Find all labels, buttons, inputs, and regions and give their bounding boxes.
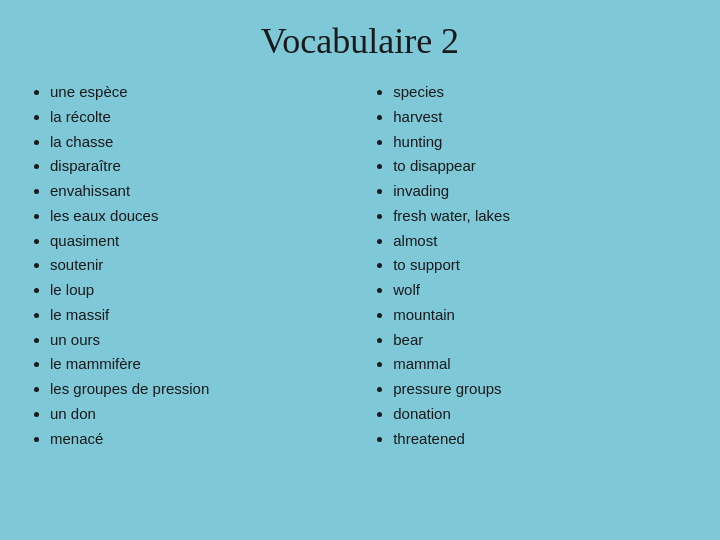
left-column: une espècela récoltela chassedisparaître… xyxy=(30,80,347,520)
list-item: disparaître xyxy=(50,154,347,179)
page: Vocabulaire 2 une espècela récoltela cha… xyxy=(0,0,720,540)
list-item: wolf xyxy=(393,278,690,303)
list-item: envahissant xyxy=(50,179,347,204)
list-item: harvest xyxy=(393,105,690,130)
list-item: to disappear xyxy=(393,154,690,179)
list-item: mammal xyxy=(393,352,690,377)
list-item: fresh water, lakes xyxy=(393,204,690,229)
page-title: Vocabulaire 2 xyxy=(261,20,459,62)
list-item: la récolte xyxy=(50,105,347,130)
list-item: la chasse xyxy=(50,130,347,155)
list-item: le massif xyxy=(50,303,347,328)
list-item: to support xyxy=(393,253,690,278)
list-item: hunting xyxy=(393,130,690,155)
list-item: menacé xyxy=(50,427,347,452)
list-item: species xyxy=(393,80,690,105)
list-item: le loup xyxy=(50,278,347,303)
list-item: threatened xyxy=(393,427,690,452)
list-item: pressure groups xyxy=(393,377,690,402)
right-vocab-list: speciesharvesthuntingto disappearinvadin… xyxy=(373,80,690,451)
list-item: donation xyxy=(393,402,690,427)
list-item: almost xyxy=(393,229,690,254)
list-item: le mammifère xyxy=(50,352,347,377)
list-item: une espèce xyxy=(50,80,347,105)
right-column: speciesharvesthuntingto disappearinvadin… xyxy=(373,80,690,520)
list-item: invading xyxy=(393,179,690,204)
list-item: quasiment xyxy=(50,229,347,254)
list-item: les groupes de pression xyxy=(50,377,347,402)
list-item: un ours xyxy=(50,328,347,353)
left-vocab-list: une espècela récoltela chassedisparaître… xyxy=(30,80,347,451)
list-item: soutenir xyxy=(50,253,347,278)
list-item: les eaux douces xyxy=(50,204,347,229)
list-item: mountain xyxy=(393,303,690,328)
list-item: un don xyxy=(50,402,347,427)
list-item: bear xyxy=(393,328,690,353)
columns-container: une espècela récoltela chassedisparaître… xyxy=(30,80,690,520)
